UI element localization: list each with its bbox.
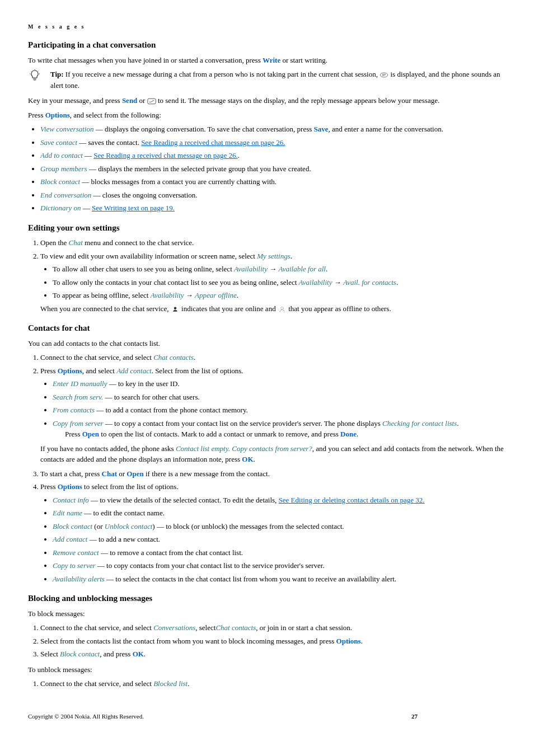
list-item: Block contact (or Unblock contact) — to … bbox=[53, 521, 506, 532]
text: . Select from the list of options. bbox=[152, 367, 243, 375]
list-item: Block contact — blocks messages from a c… bbox=[40, 176, 506, 187]
text: Connect to the chat service, and select bbox=[40, 353, 153, 361]
options-list: View conversation — displays the ongoing… bbox=[28, 124, 506, 214]
list-item: Contact info — to view the details of th… bbox=[53, 495, 506, 506]
heading-participating: Participating in a chat conversation bbox=[28, 39, 506, 51]
option-name: From contacts bbox=[53, 406, 95, 414]
options-action: Options bbox=[336, 637, 361, 645]
list-item: Availability alerts — to select the cont… bbox=[53, 574, 506, 585]
text: — to copy a contact from your contact li… bbox=[104, 419, 383, 428]
list-item: Remove contact — to remove a contact fro… bbox=[53, 547, 506, 558]
text: . bbox=[291, 252, 292, 260]
text: Select bbox=[40, 650, 60, 658]
list-item: Copy from server — to copy a contact fro… bbox=[53, 418, 506, 440]
list-item: Connect to the chat service, and select … bbox=[40, 678, 506, 689]
offline-icon bbox=[278, 304, 287, 313]
text: . bbox=[237, 291, 238, 299]
list-item: Group members — displays the members in … bbox=[40, 163, 506, 175]
text: ) — to block (or unblock) the messages f… bbox=[152, 522, 344, 530]
text: — displays the members in the selected p… bbox=[87, 165, 311, 173]
text: to select from the list of options. bbox=[82, 482, 179, 491]
xref-link[interactable]: See Writing text on page 19. bbox=[92, 204, 175, 212]
text: — to edit the contact name. bbox=[82, 509, 165, 517]
ok-action: OK bbox=[133, 650, 144, 658]
text: — bbox=[83, 151, 94, 159]
text: — to key in the user ID. bbox=[107, 379, 179, 388]
option-name: Search from serv. bbox=[53, 393, 103, 401]
list-item: Dictionary on — See Writing text on page… bbox=[40, 203, 506, 214]
list-item: Select from the contacts list the contac… bbox=[40, 636, 506, 647]
text: When you are connected to the chat servi… bbox=[40, 304, 171, 313]
done-action: Done bbox=[340, 430, 357, 438]
text: . bbox=[144, 650, 146, 658]
text: — displays the ongoing conversation. To … bbox=[93, 125, 313, 133]
key-paragraph: Key in your message, and press Send or t… bbox=[28, 95, 506, 106]
option-name: Add to contact bbox=[40, 151, 83, 159]
sub-list: Enter ID manually — to key in the user I… bbox=[40, 378, 506, 440]
chat-action: Chat bbox=[102, 469, 117, 478]
open-action: Open bbox=[127, 469, 143, 478]
contacts-intro: You can add contacts to the chat contact… bbox=[28, 338, 506, 349]
open-action: Open bbox=[82, 430, 99, 438]
list-item: Edit name — to edit the contact name. bbox=[53, 508, 506, 519]
option-name: Block contact bbox=[40, 177, 80, 186]
text: — blocks messages from a contact you are… bbox=[80, 177, 277, 186]
text: — to add a new contact. bbox=[87, 535, 160, 543]
option-name: Dictionary on bbox=[40, 204, 81, 212]
text: — to search for other chat users. bbox=[103, 393, 200, 401]
list-item: Add to contact — See Reading a received … bbox=[40, 150, 506, 161]
call-key-icon bbox=[147, 96, 156, 105]
list-item: Open the Chat menu and connect to the ch… bbox=[40, 237, 506, 248]
copyright: Copyright © 2004 Nokia. All Rights Reser… bbox=[28, 712, 144, 721]
text: Connect to the chat service, and select bbox=[40, 679, 153, 688]
list-item: Select Block contact, and press OK. bbox=[40, 649, 506, 660]
tip-block: Tip: If you receive a new message during… bbox=[28, 69, 506, 91]
option-name: Remove contact bbox=[53, 548, 99, 557]
list-item: Copy to server — to copy contacts from y… bbox=[53, 560, 506, 571]
text: to open the list of contacts. Mark to ad… bbox=[99, 430, 340, 438]
text: , and select from the following: bbox=[70, 111, 161, 119]
text: To view and edit your own availability i… bbox=[40, 252, 257, 260]
text: or bbox=[137, 96, 147, 105]
arrow-icon: → bbox=[334, 278, 341, 287]
svg-point-3 bbox=[281, 307, 284, 309]
text: that you appear as offline to others. bbox=[287, 304, 391, 313]
page-number: 27 bbox=[411, 712, 418, 721]
xref-link[interactable]: See Editing or deleting contact details … bbox=[279, 496, 425, 504]
list-item: Enter ID manually — to key in the user I… bbox=[53, 378, 506, 389]
option-name: Block contact bbox=[60, 650, 100, 658]
online-icon bbox=[171, 304, 180, 313]
text: , and enter a name for the conversation. bbox=[329, 125, 443, 133]
list-item: Save contact — saves the contact. See Re… bbox=[40, 137, 506, 148]
text: . bbox=[457, 419, 458, 428]
list-item: Add contact — to add a new contact. bbox=[53, 534, 506, 545]
text: To start a chat, press bbox=[40, 469, 102, 478]
prompt-text: Contact list empty. Copy contacts from s… bbox=[176, 444, 312, 453]
xref-link[interactable]: See Reading a received chat message on p… bbox=[141, 138, 285, 147]
text: If you receive a new message during a ch… bbox=[64, 70, 380, 78]
option-name: Availability bbox=[299, 278, 332, 287]
text: — closes the ongoing conversation. bbox=[91, 191, 197, 199]
text: or start writing. bbox=[280, 56, 327, 64]
heading-blocking: Blocking and unblocking messages bbox=[28, 592, 506, 605]
option-name: Group members bbox=[40, 165, 87, 173]
text: Select from the contacts list the contac… bbox=[40, 637, 336, 645]
text: Key in your message, and press bbox=[28, 96, 122, 105]
option-name: View conversation bbox=[40, 125, 93, 133]
save-action: Save bbox=[314, 125, 329, 133]
connected-note: When you are connected to the chat servi… bbox=[40, 303, 506, 314]
svg-rect-1 bbox=[148, 98, 156, 104]
text: to send it. The message stays on the dis… bbox=[156, 96, 440, 105]
xref-link[interactable]: See Reading a received chat message on p… bbox=[93, 151, 237, 159]
ok-action: OK bbox=[242, 455, 253, 463]
option-name: Conversations bbox=[153, 623, 195, 632]
text: — bbox=[81, 204, 92, 212]
text: . bbox=[188, 679, 189, 688]
option-name: Chat contacts bbox=[216, 623, 256, 632]
write-action: Write bbox=[263, 56, 280, 64]
text: If you have no contacts added, the phone… bbox=[40, 444, 176, 453]
svg-point-2 bbox=[174, 307, 177, 309]
list-item: End conversation — closes the ongoing co… bbox=[40, 190, 506, 201]
sub-list: Contact info — to view the details of th… bbox=[40, 495, 506, 585]
message-icon bbox=[380, 70, 388, 78]
